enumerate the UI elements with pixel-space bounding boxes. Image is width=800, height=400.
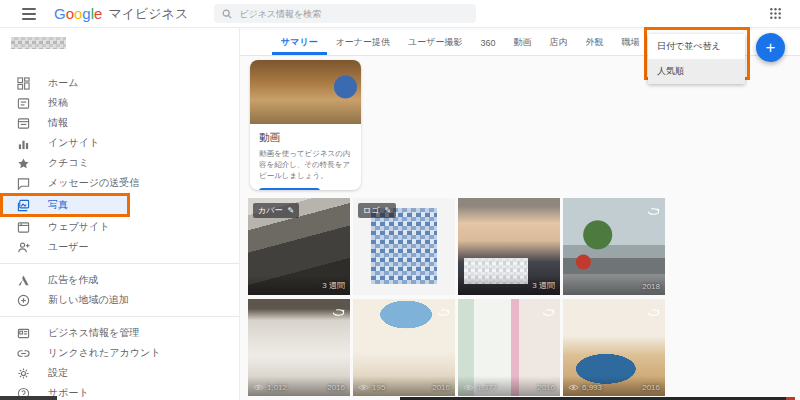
menu-icon[interactable] (22, 8, 36, 20)
photo-cover[interactable]: カバー✎ 3 週間 (248, 198, 350, 295)
sidebar-nav: ホーム 投稿 情報 インサイト クチコミ メッセージの送受信 写真 ウェブサイト… (0, 73, 239, 400)
sidebar-item-messages[interactable]: メッセージの送受信 (0, 173, 239, 193)
bottom-strip-left (0, 396, 57, 400)
photo-streetview[interactable]: 2018 (563, 198, 665, 295)
photo-interior-4[interactable]: 6,993 2016 (563, 299, 665, 396)
sidebar-item-photos[interactable]: 写真 (3, 196, 127, 214)
view-count: 195 (358, 383, 385, 392)
photo-date: 2016 (432, 383, 450, 392)
360-photo-icon (647, 303, 660, 321)
video-promo-image (250, 60, 361, 124)
star-icon (16, 156, 31, 171)
tab-user-shot[interactable]: ユーザー撮影 (399, 30, 471, 55)
search-box[interactable] (214, 4, 476, 23)
sidebar-item-label: メッセージの送受信 (48, 176, 139, 190)
sidebar-item-label: 新しい地域の追加 (48, 293, 129, 307)
photo-interior-2[interactable]: 195 2016 (353, 299, 455, 396)
sidebar-item-info[interactable]: 情報 (0, 113, 239, 133)
photo-interior-3[interactable]: 1,377 2016 (458, 299, 560, 396)
sort-by-popularity-option[interactable]: 人気順 (648, 59, 745, 84)
sidebar-item-website[interactable]: ウェブサイト (0, 217, 239, 237)
sort-by-date-option[interactable]: 日付で並べ替え (648, 34, 745, 59)
photo-date: 2016 (537, 383, 555, 392)
sidebar-item-users[interactable]: ユーザー (0, 237, 239, 257)
info-card-icon (16, 116, 31, 131)
gear-icon (16, 366, 31, 381)
sidebar-item-settings[interactable]: 設定 (0, 363, 239, 383)
360-photo-icon (647, 202, 660, 220)
home-icon (16, 76, 31, 91)
google-ads-icon (16, 273, 31, 288)
photo-date: 2018 (642, 282, 660, 291)
tab-summary[interactable]: サマリー (272, 30, 327, 55)
logo-badge[interactable]: ロゴ✎ (358, 203, 396, 218)
business-card-icon (16, 326, 31, 341)
sidebar-item-label: インサイト (48, 136, 99, 150)
sort-menu-highlight-frame: 日付で並べ替え 人気順 (644, 27, 750, 80)
sidebar-item-insights[interactable]: インサイト (0, 133, 239, 153)
photo-date: 3 週間 (322, 280, 345, 291)
tab-video[interactable]: 動画 (505, 30, 541, 55)
photo-date: 3 週間 (532, 280, 555, 291)
sidebar-divider (0, 316, 239, 317)
sidebar-item-create-ad[interactable]: 広告を作成 (0, 270, 239, 290)
photo-date: 2016 (327, 383, 345, 392)
add-photo-fab[interactable]: + (756, 33, 785, 62)
posts-icon (16, 96, 31, 111)
eye-icon (568, 384, 579, 391)
sidebar-item-label: 写真 (48, 198, 68, 212)
link-icon (16, 346, 31, 361)
add-user-icon (16, 240, 31, 255)
photos-icon (16, 198, 31, 213)
sidebar-item-reviews[interactable]: クチコミ (0, 153, 239, 173)
search-icon (222, 9, 232, 19)
sidebar-item-posts[interactable]: 投稿 (0, 93, 239, 113)
business-name-redacted (11, 37, 66, 49)
search-input[interactable] (239, 9, 468, 19)
view-count: 1,012 (253, 383, 287, 392)
photo-logo[interactable]: ロゴ✎ (353, 198, 455, 295)
add-video-button[interactable]: 動画を追加 (259, 188, 320, 190)
apps-grid-icon[interactable] (769, 7, 782, 20)
sort-menu: 日付で並べ替え 人気順 (648, 34, 745, 84)
sidebar-item-label: 広告を作成 (48, 273, 98, 287)
360-photo-icon (542, 303, 555, 321)
photos-highlight-frame: 写真 (0, 193, 130, 217)
sidebar-item-add-location[interactable]: 新しい地域の追加 (0, 290, 239, 310)
tab-interior[interactable]: 店内 (541, 30, 577, 55)
logo-redacted (371, 208, 437, 284)
video-card-title: 動画 (259, 131, 352, 145)
view-count: 6,993 (568, 383, 602, 392)
eye-icon (253, 384, 264, 391)
view-count: 1,377 (463, 383, 497, 392)
video-card-description: 動画を使ってビジネスの内容を紹介し、その特長をアピールしましょう。 (259, 149, 352, 182)
sidebar-item-label: 情報 (48, 116, 68, 130)
360-photo-icon (332, 303, 345, 321)
sidebar-item-label: ユーザー (48, 240, 88, 254)
edit-icon: ✎ (384, 206, 391, 215)
sidebar-item-home[interactable]: ホーム (0, 73, 239, 93)
add-location-icon (16, 293, 31, 308)
sidebar-item-linked-accounts[interactable]: リンクされたアカウント (0, 343, 239, 363)
sidebar-item-label: ビジネス情報を管理 (48, 326, 139, 340)
sidebar: ホーム 投稿 情報 インサイト クチコミ メッセージの送受信 写真 ウェブサイト… (0, 28, 240, 400)
photo-interior-1[interactable]: 1,012 2016 (248, 299, 350, 396)
sidebar-item-manage-business[interactable]: ビジネス情報を管理 (0, 323, 239, 343)
sidebar-item-label: リンクされたアカウント (48, 346, 161, 360)
app-header: Google マイビジネス (0, 0, 800, 28)
sidebar-item-label: クチコミ (48, 156, 89, 170)
tab-owner-provided[interactable]: オーナー提供 (327, 30, 399, 55)
edit-icon: ✎ (287, 206, 294, 215)
cover-badge[interactable]: カバー✎ (253, 203, 299, 218)
photo-portrait[interactable]: 3 週間 (458, 198, 560, 295)
sidebar-divider (0, 263, 239, 264)
tab-exterior[interactable]: 外観 (577, 30, 613, 55)
website-icon (16, 220, 31, 235)
google-logo: Google (54, 5, 102, 22)
sidebar-item-label: ウェブサイト (48, 220, 109, 234)
photo-date: 2016 (642, 383, 660, 392)
sidebar-item-label: ホーム (48, 76, 78, 90)
tab-360[interactable]: 360 (471, 30, 504, 55)
product-name: マイビジネス (108, 5, 188, 23)
360-photo-icon (437, 303, 450, 321)
